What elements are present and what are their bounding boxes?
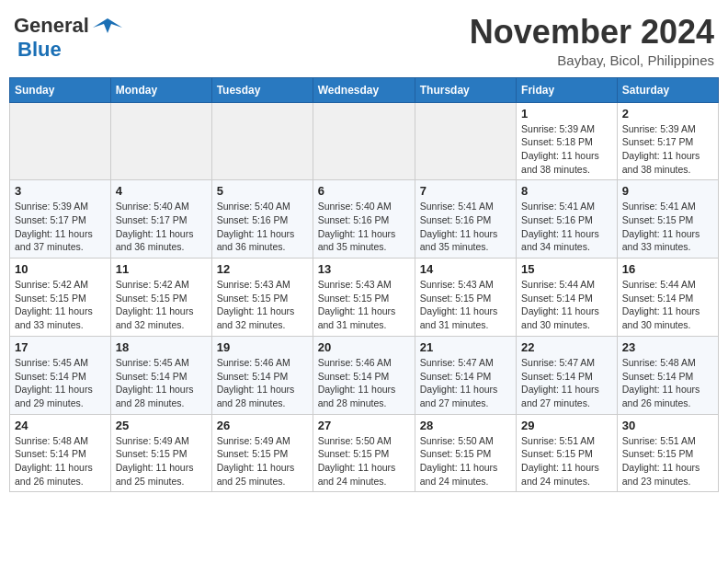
day-number: 21 xyxy=(420,340,511,354)
logo-general-text: General xyxy=(14,14,89,38)
day-number: 12 xyxy=(217,262,308,276)
logo: General Blue xyxy=(14,14,122,62)
calendar-week-row: 17Sunrise: 5:45 AM Sunset: 5:14 PM Dayli… xyxy=(10,336,719,414)
day-info: Sunrise: 5:40 AM Sunset: 5:17 PM Dayligh… xyxy=(116,200,207,254)
calendar-cell: 29Sunrise: 5:51 AM Sunset: 5:15 PM Dayli… xyxy=(517,414,618,492)
day-info: Sunrise: 5:50 AM Sunset: 5:15 PM Dayligh… xyxy=(318,434,410,488)
day-info: Sunrise: 5:41 AM Sunset: 5:16 PM Dayligh… xyxy=(420,200,511,254)
svg-marker-0 xyxy=(93,18,122,33)
day-number: 8 xyxy=(521,184,612,198)
day-info: Sunrise: 5:45 AM Sunset: 5:14 PM Dayligh… xyxy=(116,356,207,410)
day-number: 3 xyxy=(15,184,106,198)
calendar-cell: 1Sunrise: 5:39 AM Sunset: 5:18 PM Daylig… xyxy=(517,102,618,180)
location-subtitle: Baybay, Bicol, Philippines xyxy=(470,52,714,68)
calendar-cell: 12Sunrise: 5:43 AM Sunset: 5:15 PM Dayli… xyxy=(211,259,313,337)
day-number: 10 xyxy=(15,262,106,276)
day-number: 15 xyxy=(521,262,612,276)
calendar-cell: 18Sunrise: 5:45 AM Sunset: 5:14 PM Dayli… xyxy=(110,336,211,414)
day-info: Sunrise: 5:50 AM Sunset: 5:15 PM Dayligh… xyxy=(420,434,511,488)
calendar-cell xyxy=(313,102,415,180)
day-number: 27 xyxy=(318,419,410,432)
day-number: 5 xyxy=(217,184,308,198)
day-number: 17 xyxy=(15,340,106,354)
calendar-cell: 9Sunrise: 5:41 AM Sunset: 5:15 PM Daylig… xyxy=(617,180,718,259)
calendar-cell: 16Sunrise: 5:44 AM Sunset: 5:14 PM Dayli… xyxy=(617,259,718,337)
calendar-cell: 10Sunrise: 5:42 AM Sunset: 5:15 PM Dayli… xyxy=(10,259,111,337)
day-info: Sunrise: 5:46 AM Sunset: 5:14 PM Dayligh… xyxy=(217,356,308,410)
calendar-cell xyxy=(10,102,111,180)
calendar-cell: 27Sunrise: 5:50 AM Sunset: 5:15 PM Dayli… xyxy=(313,414,415,492)
calendar-cell: 2Sunrise: 5:39 AM Sunset: 5:17 PM Daylig… xyxy=(617,102,718,180)
day-number: 23 xyxy=(622,340,713,354)
calendar-cell: 25Sunrise: 5:49 AM Sunset: 5:15 PM Dayli… xyxy=(110,414,211,492)
calendar-table: SundayMondayTuesdayWednesdayThursdayFrid… xyxy=(9,77,719,493)
day-number: 25 xyxy=(116,419,207,432)
calendar-cell: 11Sunrise: 5:42 AM Sunset: 5:15 PM Dayli… xyxy=(110,259,211,337)
day-info: Sunrise: 5:43 AM Sunset: 5:15 PM Dayligh… xyxy=(420,278,511,332)
title-block: November 2024 Baybay, Bicol, Philippines xyxy=(470,14,714,68)
weekday-header: Sunday xyxy=(10,77,111,102)
month-title: November 2024 xyxy=(470,14,714,51)
calendar-cell xyxy=(110,102,211,180)
day-info: Sunrise: 5:44 AM Sunset: 5:14 PM Dayligh… xyxy=(622,278,713,332)
calendar-cell: 14Sunrise: 5:43 AM Sunset: 5:15 PM Dayli… xyxy=(415,259,516,337)
calendar-week-row: 24Sunrise: 5:48 AM Sunset: 5:14 PM Dayli… xyxy=(10,414,719,492)
weekday-header: Friday xyxy=(517,77,618,102)
day-number: 29 xyxy=(521,419,612,432)
day-number: 16 xyxy=(622,262,713,276)
day-info: Sunrise: 5:42 AM Sunset: 5:15 PM Dayligh… xyxy=(116,278,207,332)
day-number: 28 xyxy=(420,419,511,432)
day-info: Sunrise: 5:45 AM Sunset: 5:14 PM Dayligh… xyxy=(15,356,106,410)
day-info: Sunrise: 5:44 AM Sunset: 5:14 PM Dayligh… xyxy=(521,278,612,332)
day-number: 9 xyxy=(622,184,713,198)
day-info: Sunrise: 5:47 AM Sunset: 5:14 PM Dayligh… xyxy=(521,356,612,410)
day-number: 14 xyxy=(420,262,511,276)
calendar-cell: 20Sunrise: 5:46 AM Sunset: 5:14 PM Dayli… xyxy=(313,336,415,414)
weekday-header: Thursday xyxy=(415,77,516,102)
day-info: Sunrise: 5:43 AM Sunset: 5:15 PM Dayligh… xyxy=(217,278,308,332)
day-number: 4 xyxy=(116,184,207,198)
day-info: Sunrise: 5:43 AM Sunset: 5:15 PM Dayligh… xyxy=(318,278,410,332)
calendar-cell: 23Sunrise: 5:48 AM Sunset: 5:14 PM Dayli… xyxy=(617,336,718,414)
day-info: Sunrise: 5:47 AM Sunset: 5:14 PM Dayligh… xyxy=(420,356,511,410)
day-number: 6 xyxy=(318,184,410,198)
day-info: Sunrise: 5:48 AM Sunset: 5:14 PM Dayligh… xyxy=(15,434,106,488)
day-number: 30 xyxy=(622,419,713,432)
logo-blue-text: Blue xyxy=(17,38,62,61)
day-number: 11 xyxy=(116,262,207,276)
page-header: General Blue November 2024 Baybay, Bicol… xyxy=(9,9,719,68)
day-number: 20 xyxy=(318,340,410,354)
calendar-cell: 24Sunrise: 5:48 AM Sunset: 5:14 PM Dayli… xyxy=(10,414,111,492)
day-number: 26 xyxy=(217,419,308,432)
day-info: Sunrise: 5:39 AM Sunset: 5:17 PM Dayligh… xyxy=(622,122,713,177)
day-info: Sunrise: 5:46 AM Sunset: 5:14 PM Dayligh… xyxy=(318,356,410,410)
day-info: Sunrise: 5:40 AM Sunset: 5:16 PM Dayligh… xyxy=(217,200,308,254)
weekday-header: Wednesday xyxy=(313,77,415,102)
day-number: 24 xyxy=(15,419,106,432)
calendar-cell: 4Sunrise: 5:40 AM Sunset: 5:17 PM Daylig… xyxy=(110,180,211,259)
calendar-cell: 8Sunrise: 5:41 AM Sunset: 5:16 PM Daylig… xyxy=(517,180,618,259)
day-info: Sunrise: 5:48 AM Sunset: 5:14 PM Dayligh… xyxy=(622,356,713,410)
weekday-header: Tuesday xyxy=(211,77,313,102)
calendar-cell: 5Sunrise: 5:40 AM Sunset: 5:16 PM Daylig… xyxy=(211,180,313,259)
calendar-cell: 3Sunrise: 5:39 AM Sunset: 5:17 PM Daylig… xyxy=(10,180,111,259)
calendar-cell: 19Sunrise: 5:46 AM Sunset: 5:14 PM Dayli… xyxy=(211,336,313,414)
calendar-week-row: 10Sunrise: 5:42 AM Sunset: 5:15 PM Dayli… xyxy=(10,259,719,337)
calendar-cell: 30Sunrise: 5:51 AM Sunset: 5:15 PM Dayli… xyxy=(617,414,718,492)
day-info: Sunrise: 5:51 AM Sunset: 5:15 PM Dayligh… xyxy=(622,434,713,488)
day-info: Sunrise: 5:39 AM Sunset: 5:17 PM Dayligh… xyxy=(15,200,106,254)
weekday-header: Monday xyxy=(110,77,211,102)
day-number: 19 xyxy=(217,340,308,354)
day-number: 13 xyxy=(318,262,410,276)
day-info: Sunrise: 5:42 AM Sunset: 5:15 PM Dayligh… xyxy=(15,278,106,332)
day-number: 18 xyxy=(116,340,207,354)
day-info: Sunrise: 5:49 AM Sunset: 5:15 PM Dayligh… xyxy=(116,434,207,488)
day-number: 2 xyxy=(622,107,713,121)
day-info: Sunrise: 5:39 AM Sunset: 5:18 PM Dayligh… xyxy=(521,122,612,177)
day-info: Sunrise: 5:49 AM Sunset: 5:15 PM Dayligh… xyxy=(217,434,308,488)
day-number: 7 xyxy=(420,184,511,198)
calendar-cell: 21Sunrise: 5:47 AM Sunset: 5:14 PM Dayli… xyxy=(415,336,516,414)
calendar-cell: 15Sunrise: 5:44 AM Sunset: 5:14 PM Dayli… xyxy=(517,259,618,337)
day-number: 22 xyxy=(521,340,612,354)
calendar-cell xyxy=(415,102,516,180)
